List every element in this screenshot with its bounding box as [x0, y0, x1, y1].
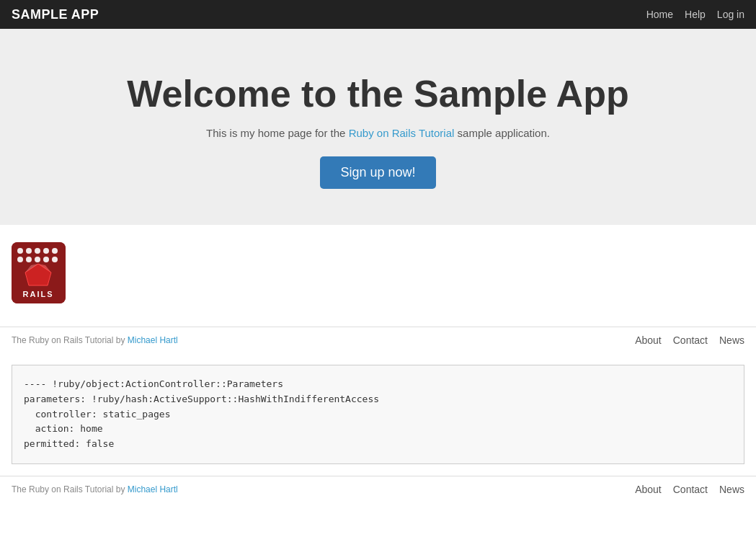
footer1-text-prefix: The Ruby on Rails Tutorial by — [12, 335, 128, 345]
rails-logo-svg: RAILS — [12, 242, 66, 303]
footer2-about-link[interactable]: About — [635, 484, 662, 495]
svg-point-6 — [17, 257, 23, 262]
svg-point-10 — [52, 257, 58, 262]
hero-section: Welcome to the Sample App This is my hom… — [0, 29, 756, 225]
hero-desc-prefix: This is my home page for the — [206, 127, 349, 139]
svg-point-4 — [43, 248, 49, 254]
footer1-left: The Ruby on Rails Tutorial by Michael Ha… — [12, 335, 178, 345]
debug-box: ---- !ruby/object:ActionController::Para… — [12, 365, 744, 464]
footer2-text-prefix: The Ruby on Rails Tutorial by — [12, 484, 128, 494]
footer2-author-link[interactable]: Michael Hartl — [128, 484, 178, 494]
svg-point-8 — [35, 257, 40, 262]
hero-heading: Welcome to the Sample App — [14, 72, 742, 115]
svg-point-3 — [35, 248, 40, 254]
footer1-links: About Contact News — [635, 334, 744, 346]
nav-login[interactable]: Log in — [717, 9, 744, 20]
hero-description: This is my home page for the Ruby on Rai… — [14, 127, 742, 139]
footer2-links: About Contact News — [635, 484, 744, 495]
svg-point-9 — [43, 257, 49, 262]
navbar-links: Home Help Log in — [646, 9, 744, 20]
svg-point-5 — [52, 248, 58, 254]
footer2-news-link[interactable]: News — [719, 484, 744, 495]
footer1-about-link[interactable]: About — [635, 334, 662, 346]
footer2-left: The Ruby on Rails Tutorial by Michael Ha… — [12, 484, 178, 494]
rails-tutorial-link[interactable]: Ruby on Rails Tutorial — [349, 127, 455, 139]
rails-logo-section: RAILS — [0, 225, 756, 321]
debug-content: ---- !ruby/object:ActionController::Para… — [24, 377, 732, 452]
footer-2: The Ruby on Rails Tutorial by Michael Ha… — [0, 476, 756, 502]
footer1-author-link[interactable]: Michael Hartl — [128, 335, 178, 345]
rails-logo: RAILS — [12, 242, 66, 303]
footer2-contact-link[interactable]: Contact — [673, 484, 708, 495]
svg-text:RAILS: RAILS — [23, 290, 54, 298]
navbar: SAMPLE APP Home Help Log in — [0, 0, 756, 29]
footer-1: The Ruby on Rails Tutorial by Michael Ha… — [0, 327, 756, 353]
footer1-news-link[interactable]: News — [719, 334, 744, 346]
nav-help[interactable]: Help — [685, 9, 706, 20]
svg-point-1 — [17, 248, 23, 254]
nav-home[interactable]: Home — [646, 9, 673, 20]
footer1-contact-link[interactable]: Contact — [673, 334, 708, 346]
hero-desc-suffix: sample application. — [454, 127, 550, 139]
svg-point-7 — [26, 257, 32, 262]
signup-button[interactable]: Sign up now! — [320, 156, 435, 189]
navbar-brand[interactable]: SAMPLE APP — [12, 7, 99, 22]
svg-point-2 — [26, 248, 32, 254]
